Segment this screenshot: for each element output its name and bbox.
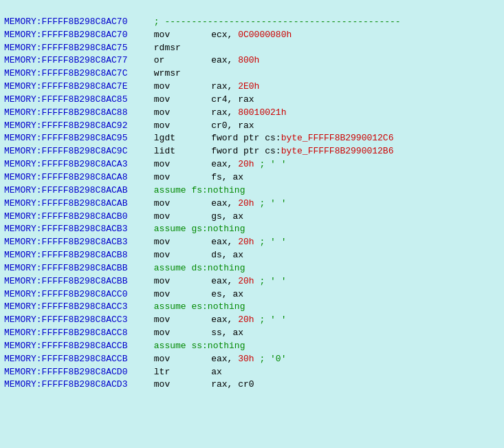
address: MEMORY:FFFFF8B298C8ACBB xyxy=(4,275,149,288)
operand-prefix: rax, xyxy=(190,81,238,92)
address: MEMORY:FFFFF8B298C8AC95 xyxy=(4,132,149,145)
hex-value: 20h xyxy=(238,237,254,247)
table-row: MEMORY:FFFFF8B298C8AC70 mov ecx, 0C00000… xyxy=(4,29,500,42)
comment: ; '0' xyxy=(254,354,287,364)
assume-keyword: assume xyxy=(149,262,186,275)
assume-register: fs: xyxy=(186,184,208,198)
table-row: MEMORY:FFFFF8B298C8AC85 mov cr4, rax xyxy=(4,94,500,107)
ref-value: byte_FFFFF8B2990012B6 xyxy=(281,146,394,156)
comment: ; ' ' xyxy=(254,237,287,247)
address: MEMORY:FFFFF8B298C8ACC8 xyxy=(4,327,149,340)
operand: fword ptr cs:byte_FFFFF8B2990012B6 xyxy=(190,145,393,158)
operand: eax, 20h ; ' ' xyxy=(190,158,286,171)
mnemonic: mov xyxy=(149,107,190,120)
address: MEMORY:FFFFF8B298C8AC70 xyxy=(4,29,149,42)
hex-value: 20h xyxy=(238,159,254,169)
address: MEMORY:FFFFF8B298C8ACD0 xyxy=(4,366,149,379)
address: MEMORY:FFFFF8B298C8AC75 xyxy=(4,42,149,55)
mnemonic: mov xyxy=(149,327,190,340)
assume-keyword: assume xyxy=(149,223,186,236)
mnemonic: wrmsr xyxy=(149,67,190,81)
hex-value: 20h xyxy=(238,198,254,209)
assume-value: nothing xyxy=(208,223,245,236)
operand: ax xyxy=(190,366,222,379)
table-row: MEMORY:FFFFF8B298C8ACCB assume ss:nothin… xyxy=(4,340,500,353)
assume-keyword: assume xyxy=(149,184,186,198)
table-row: MEMORY:FFFFF8B298C8AC92 mov cr0, rax xyxy=(4,120,500,133)
mnemonic: mov xyxy=(149,378,190,392)
operand-prefix: ecx, xyxy=(190,30,238,40)
mnemonic: or xyxy=(149,54,190,67)
operand: rax, cr0 xyxy=(190,378,254,392)
operand: eax, 20h ; ' ' xyxy=(190,198,286,211)
operand: eax, 800h xyxy=(190,54,259,67)
operand: ecx, 0C0000080h xyxy=(190,29,292,42)
operand: rax, 2E0h xyxy=(190,81,259,94)
mnemonic: mov xyxy=(149,211,190,224)
assume-register: ss: xyxy=(186,340,208,353)
hex-value: 800h xyxy=(238,55,259,65)
hex-value: 0C0000080h xyxy=(238,30,292,40)
hex-value: 2E0h xyxy=(238,81,259,92)
table-row: MEMORY:FFFFF8B298C8ACBB mov eax, 20h ; '… xyxy=(4,275,500,288)
address: MEMORY:FFFFF8B298C8ACD3 xyxy=(4,378,149,392)
address: MEMORY:FFFFF8B298C8AC7E xyxy=(4,81,149,94)
hex-value: 20h xyxy=(238,276,254,286)
assume-value: nothing xyxy=(208,262,245,275)
table-row: MEMORY:FFFFF8B298C8ACB0 mov gs, ax xyxy=(4,211,500,224)
disassembly-view: MEMORY:FFFFF8B298C8AC70 ; --------------… xyxy=(4,3,500,392)
mnemonic: mov xyxy=(149,94,190,107)
operand: rax, 80010021h xyxy=(190,107,286,120)
table-row: MEMORY:FFFFF8B298C8ACCB mov eax, 30h ; '… xyxy=(4,353,500,366)
operand: eax, 20h ; ' ' xyxy=(190,236,286,249)
address: MEMORY:FFFFF8B298C8ACCB xyxy=(4,353,149,366)
address: MEMORY:FFFFF8B298C8ACC3 xyxy=(4,314,149,327)
address: MEMORY:FFFFF8B298C8AC9C xyxy=(4,145,149,158)
operand: ss, ax xyxy=(190,327,243,340)
mnemonic: mov xyxy=(149,249,190,262)
address: MEMORY:FFFFF8B298C8ACB3 xyxy=(4,236,149,249)
operand-prefix: rax, xyxy=(190,107,238,118)
address: MEMORY:FFFFF8B298C8ACA3 xyxy=(4,158,149,171)
table-row: MEMORY:FFFFF8B298C8ACAB mov eax, 20h ; '… xyxy=(4,198,500,211)
table-row: MEMORY:FFFFF8B298C8AC70 ; --------------… xyxy=(4,16,500,29)
table-row: MEMORY:FFFFF8B298C8AC7C wrmsr xyxy=(4,67,500,81)
table-row: MEMORY:FFFFF8B298C8AC75 rdmsr xyxy=(4,42,500,55)
operand-prefix: eax, xyxy=(190,55,238,65)
address: MEMORY:FFFFF8B298C8ACA8 xyxy=(4,171,149,184)
mnemonic: mov xyxy=(149,198,190,211)
mnemonic: mov xyxy=(149,81,190,94)
address: MEMORY:FFFFF8B298C8ACB3 xyxy=(4,223,149,236)
assume-register: gs: xyxy=(186,223,208,236)
operand: ds, ax xyxy=(190,249,243,262)
mnemonic: mov xyxy=(149,275,190,288)
table-row: MEMORY:FFFFF8B298C8AC9C lidt fword ptr c… xyxy=(4,145,500,158)
table-row: MEMORY:FFFFF8B298C8ACAB assume fs:nothin… xyxy=(4,184,500,198)
address: MEMORY:FFFFF8B298C8AC7C xyxy=(4,67,149,81)
table-row: MEMORY:FFFFF8B298C8ACB3 assume gs:nothin… xyxy=(4,223,500,236)
assume-value: nothing xyxy=(208,184,245,198)
separator-text: ; --------------------------------------… xyxy=(149,16,401,29)
table-row: MEMORY:FFFFF8B298C8ACBB assume ds:nothin… xyxy=(4,262,500,275)
ref-value: byte_FFFFF8B2990012C6 xyxy=(281,133,394,143)
comment: ; ' ' xyxy=(254,314,287,325)
operand: gs, ax xyxy=(190,211,243,224)
address: MEMORY:FFFFF8B298C8AC77 xyxy=(4,54,149,67)
table-row: MEMORY:FFFFF8B298C8ACB3 mov eax, 20h ; '… xyxy=(4,236,500,249)
comment: ; ' ' xyxy=(254,159,287,169)
mnemonic: lgdt xyxy=(149,132,190,145)
table-row: MEMORY:FFFFF8B298C8AC77 or eax, 800h xyxy=(4,54,500,67)
operand: fword ptr cs:byte_FFFFF8B2990012C6 xyxy=(190,132,393,145)
address: MEMORY:FFFFF8B298C8ACAB xyxy=(4,184,149,198)
table-row: MEMORY:FFFFF8B298C8AC7E mov rax, 2E0h xyxy=(4,81,500,94)
operand: es, ax xyxy=(190,288,243,301)
address: MEMORY:FFFFF8B298C8ACCB xyxy=(4,340,149,353)
table-row: MEMORY:FFFFF8B298C8AC88 mov rax, 8001002… xyxy=(4,107,500,120)
mnemonic: mov xyxy=(149,29,190,42)
table-row: MEMORY:FFFFF8B298C8ACC8 mov ss, ax xyxy=(4,327,500,340)
mnemonic: ltr xyxy=(149,366,190,379)
operand: eax, 20h ; ' ' xyxy=(190,275,286,288)
address: MEMORY:FFFFF8B298C8ACB8 xyxy=(4,249,149,262)
address: MEMORY:FFFFF8B298C8ACC3 xyxy=(4,301,149,314)
table-row: MEMORY:FFFFF8B298C8ACD0 ltr ax xyxy=(4,366,500,379)
